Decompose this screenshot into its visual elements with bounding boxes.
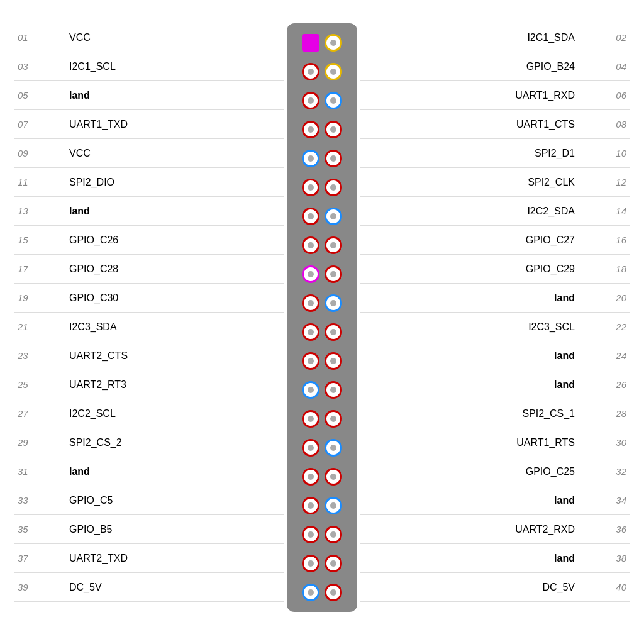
pin-left-23: 23 [14, 341, 64, 370]
connector-row-12 [293, 375, 351, 404]
name-right-12: SPI2_CLK [360, 168, 580, 197]
pin-right-16: 16 [580, 226, 630, 255]
pin-right-30: 30 [580, 428, 630, 457]
pin-right-14: 14 [580, 197, 630, 226]
pin-left-33: 33 [14, 486, 64, 515]
main-layout: 0103050709111315171921232527293133353739… [14, 23, 630, 612]
name-left-09: VCC [64, 139, 284, 168]
connector-row-8 [293, 260, 351, 289]
pin-right-20: 20 [580, 284, 630, 313]
pin-left-17: 17 [14, 255, 64, 284]
pin-left-39: 39 [14, 573, 64, 602]
name-left-19: GPIO_C30 [64, 284, 284, 313]
pin-right-18: 18 [580, 255, 630, 284]
connector-row-6 [293, 202, 351, 231]
connector-row-17 [293, 520, 351, 549]
pin-left-37: 37 [14, 544, 64, 573]
name-left-29: SPI2_CS_2 [64, 428, 284, 457]
pin-left-35: 35 [14, 515, 64, 544]
connector-row-19 [293, 578, 351, 607]
pin-right-22: 22 [580, 313, 630, 341]
connector-row-11 [293, 347, 351, 375]
name-right-16: GPIO_C27 [360, 226, 580, 255]
connector-row-16 [293, 491, 351, 520]
name-left-07: UART1_TXD [64, 110, 284, 139]
pin-right-38: 38 [580, 544, 630, 573]
connector [287, 23, 357, 612]
name-left-37: UART2_TXD [64, 544, 284, 573]
right-name-column: I2C1_SDAGPIO_B24UART1_RXDUART1_CTSSPI2_D… [360, 23, 580, 612]
name-right-40: DC_5V [360, 573, 580, 602]
pin-left-11: 11 [14, 168, 64, 197]
name-right-26: land [360, 370, 580, 399]
pin-right-08: 08 [580, 110, 630, 139]
connector-row-0 [293, 28, 351, 57]
name-left-13: land [64, 197, 284, 226]
name-right-14: I2C2_SDA [360, 197, 580, 226]
pinout-table: 0103050709111315171921232527293133353739… [14, 13, 630, 612]
connector-row-7 [293, 231, 351, 260]
name-right-28: SPI2_CS_1 [360, 399, 580, 428]
connector-row-10 [293, 318, 351, 347]
name-left-23: UART2_CTS [64, 341, 284, 370]
pin-left-15: 15 [14, 226, 64, 255]
connector-row-14 [293, 433, 351, 462]
pin-left-07: 07 [14, 110, 64, 139]
connector-row-1 [293, 57, 351, 86]
pin-left-09: 09 [14, 139, 64, 168]
name-left-35: GPIO_B5 [64, 515, 284, 544]
pin-right-36: 36 [580, 515, 630, 544]
pin-left-25: 25 [14, 370, 64, 399]
connector-row-18 [293, 549, 351, 578]
connector-row-13 [293, 404, 351, 433]
name-left-15: GPIO_C26 [64, 226, 284, 255]
name-left-27: I2C2_SCL [64, 399, 284, 428]
pin-right-24: 24 [580, 341, 630, 370]
connector-row-9 [293, 289, 351, 318]
pin-right-02: 02 [580, 23, 630, 52]
name-right-36: UART2_RXD [360, 515, 580, 544]
name-right-32: GPIO_C25 [360, 457, 580, 486]
name-left-39: DC_5V [64, 573, 284, 602]
table-header [14, 13, 630, 23]
pin-left-29: 29 [14, 428, 64, 457]
pin-right-04: 04 [580, 52, 630, 81]
pin-right-10: 10 [580, 139, 630, 168]
name-right-18: GPIO_C29 [360, 255, 580, 284]
pin-right-32: 32 [580, 457, 630, 486]
pin-right-12: 12 [580, 168, 630, 197]
name-left-01: VCC [64, 23, 284, 52]
name-right-20: land [360, 284, 580, 313]
connector-row-2 [293, 86, 351, 115]
pin-right-06: 06 [580, 81, 630, 110]
right-pin-column: 0204060810121416182022242628303234363840 [580, 23, 630, 612]
connector-row-4 [293, 144, 351, 173]
left-pin-column: 0103050709111315171921232527293133353739 [14, 23, 64, 612]
name-right-04: GPIO_B24 [360, 52, 580, 81]
connector-row-15 [293, 462, 351, 491]
name-right-06: UART1_RXD [360, 81, 580, 110]
pin-left-19: 19 [14, 284, 64, 313]
pin-left-03: 03 [14, 52, 64, 81]
name-right-22: I2C3_SCL [360, 313, 580, 341]
connector-row-5 [293, 173, 351, 202]
pin-left-31: 31 [14, 457, 64, 486]
name-right-10: SPI2_D1 [360, 139, 580, 168]
pin-right-40: 40 [580, 573, 630, 602]
name-left-11: SPI2_DIO [64, 168, 284, 197]
connector-row-3 [293, 115, 351, 144]
name-left-03: I2C1_SCL [64, 52, 284, 81]
name-left-33: GPIO_C5 [64, 486, 284, 515]
name-right-34: land [360, 486, 580, 515]
name-right-38: land [360, 544, 580, 573]
name-left-17: GPIO_C28 [64, 255, 284, 284]
pin-left-05: 05 [14, 81, 64, 110]
name-left-31: land [64, 457, 284, 486]
left-name-column: VCCI2C1_SCLlandUART1_TXDVCCSPI2_DIOlandG… [64, 23, 284, 612]
pin-left-01: 01 [14, 23, 64, 52]
pin-right-26: 26 [580, 370, 630, 399]
pin-right-34: 34 [580, 486, 630, 515]
name-right-30: UART1_RTS [360, 428, 580, 457]
name-right-02: I2C1_SDA [360, 23, 580, 52]
pin-left-27: 27 [14, 399, 64, 428]
